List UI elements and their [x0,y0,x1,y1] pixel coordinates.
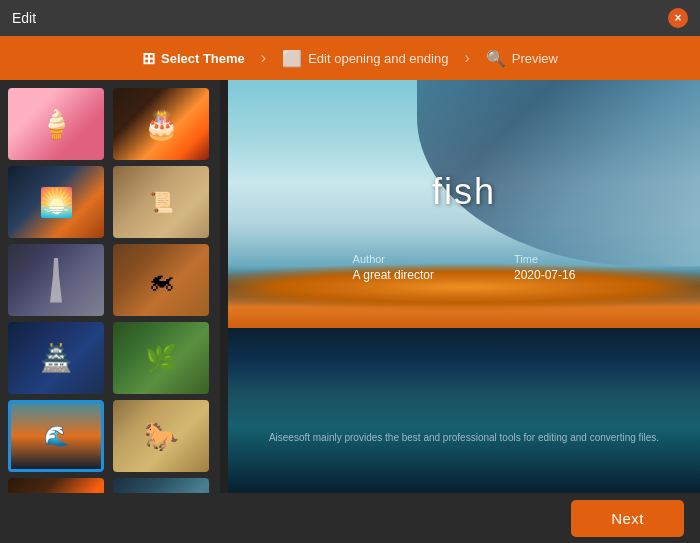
thumbnail-9[interactable]: 🌊 [8,400,104,472]
preview-icon: 🔍 [486,49,506,68]
thumb-bg-5 [8,244,104,316]
lake-icon: 🌊 [44,424,69,448]
step-arrow-2: › [464,49,469,67]
thumbnail-panel: 🍦 🎂 🌅 📜 🏍 [0,80,220,493]
main-content: 🍦 🎂 🌅 📜 🏍 [0,80,700,493]
thumbnail-4[interactable]: 📜 [113,166,209,238]
thumbnail-8[interactable]: 🌿 [113,322,209,394]
reflection-layer [228,328,700,493]
meta-time: Time 2020-07-16 [514,253,575,282]
thumbnail-7[interactable]: 🏯 [8,322,104,394]
step-edit-opening[interactable]: ⬜ Edit opening and ending [268,49,462,68]
steps-bar: ⊞ Select Theme › ⬜ Edit opening and endi… [0,36,700,80]
thumb-bg-10: 🐎 [113,400,209,472]
bottom-bar: Next [0,493,700,543]
theme-icon: ⊞ [142,49,155,68]
preview-footer: Aiseesoft mainly provides the best and p… [269,432,659,443]
preview-background [228,80,700,493]
nature-icon: 🌿 [145,343,177,374]
panel-divider [220,80,228,493]
preview-title: fish [432,171,496,213]
step-select-theme[interactable]: ⊞ Select Theme [128,49,259,68]
thumb-bg-9: 🌊 [11,403,101,469]
thumb-bg-1: 🍦 [8,88,104,160]
thumbnail-10[interactable]: 🐎 [113,400,209,472]
thumb-bg-3: 🌅 [8,166,104,238]
candles-icon: 🎂 [144,108,179,141]
next-button[interactable]: Next [571,500,684,537]
thumb-bg-12: 🌊 [113,478,209,493]
title-bar: Edit × [0,0,700,36]
thumbnail-2[interactable]: 🎂 [113,88,209,160]
thumbnail-3[interactable]: 🌅 [8,166,104,238]
preview-meta: Author A great director Time 2020-07-16 [353,253,576,282]
window-title: Edit [12,10,36,26]
horse-icon: 🐎 [144,420,179,453]
step-preview[interactable]: 🔍 Preview [472,49,572,68]
step-select-theme-label: Select Theme [161,51,245,66]
edit-icon: ⬜ [282,49,302,68]
preview-inner: fish Author A great director Time 2020-0… [228,80,700,493]
thumb-bg-4: 📜 [113,166,209,238]
thumb-bg-2: 🎂 [113,88,209,160]
silhouette-icon: 🌅 [39,186,74,219]
eiffel-shape [46,258,66,303]
time-label: Time [514,253,538,265]
thumbnail-11[interactable]: 🎃 ⬇ [8,478,104,493]
paper-icon: 📜 [149,190,174,214]
motocross-icon: 🏍 [148,265,174,296]
thumbnail-12[interactable]: 🌊 ⬇ [113,478,209,493]
meta-author: Author A great director [353,253,434,282]
time-value: 2020-07-16 [514,268,575,282]
step-preview-label: Preview [512,51,558,66]
thumb-bg-7: 🏯 [8,322,104,394]
preview-panel: fish Author A great director Time 2020-0… [228,80,700,493]
close-button[interactable]: × [668,8,688,28]
cupcake-icon: 🍦 [39,108,74,141]
thumbnail-5[interactable] [8,244,104,316]
author-label: Author [353,253,385,265]
thumb-bg-11: 🎃 [8,478,104,493]
thumb-bg-8: 🌿 [113,322,209,394]
architecture-icon: 🏯 [40,343,72,374]
thumbnail-1[interactable]: 🍦 [8,88,104,160]
thumbnail-6[interactable]: 🏍 [113,244,209,316]
author-value: A great director [353,268,434,282]
step-edit-opening-label: Edit opening and ending [308,51,448,66]
step-arrow-1: › [261,49,266,67]
thumb-bg-6: 🏍 [113,244,209,316]
